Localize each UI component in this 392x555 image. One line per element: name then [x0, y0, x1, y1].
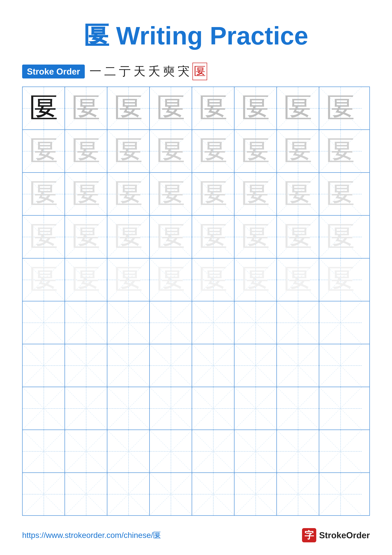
grid-cell[interactable]: 匽: [23, 130, 65, 172]
grid-cell[interactable]: [65, 387, 107, 430]
grid-cell[interactable]: 匽: [277, 173, 319, 215]
grid-cell[interactable]: 匽: [23, 87, 65, 129]
grid-cell[interactable]: [23, 473, 65, 515]
grid-cell[interactable]: 匽: [235, 258, 277, 301]
stroke-7: 宊: [178, 63, 190, 80]
grid-row-9: [23, 430, 369, 473]
grid-cell[interactable]: 匽: [235, 173, 277, 215]
grid-cell[interactable]: 匽: [23, 216, 65, 258]
grid-cell[interactable]: [192, 430, 235, 472]
grid-cell[interactable]: 匽: [150, 258, 192, 301]
grid-cell[interactable]: 匽: [107, 87, 150, 129]
grid-cell[interactable]: 匽: [65, 173, 107, 215]
grid-cell[interactable]: [277, 430, 319, 472]
practice-char: 匽: [114, 223, 143, 251]
grid-cell[interactable]: 匽: [107, 130, 150, 172]
grid-cell[interactable]: [319, 387, 362, 430]
grid-row-6: [23, 301, 369, 344]
grid-cell[interactable]: 匽: [65, 130, 107, 172]
grid-cell[interactable]: [107, 301, 150, 344]
grid-cell[interactable]: 匽: [192, 216, 235, 258]
grid-cell[interactable]: [150, 430, 192, 472]
grid-cell[interactable]: [235, 344, 277, 387]
grid-cell[interactable]: 匽: [192, 173, 235, 215]
footer-url[interactable]: https://www.strokeorder.com/chinese/匽: [22, 530, 161, 540]
practice-char: 匽: [326, 94, 355, 123]
grid-cell[interactable]: 匽: [107, 258, 150, 301]
practice-char: 匽: [199, 180, 227, 208]
grid-cell[interactable]: 匽: [150, 87, 192, 129]
grid-cell[interactable]: 匽: [277, 130, 319, 172]
grid-cell[interactable]: [277, 473, 319, 515]
grid-cell[interactable]: [150, 473, 192, 515]
grid-cell[interactable]: 匽: [65, 258, 107, 301]
grid-cell[interactable]: [319, 344, 362, 387]
grid-cell[interactable]: [107, 387, 150, 430]
stroke-chars: 一 二 亍 天 夭 奭 宊 匽: [90, 63, 207, 80]
grid-cell[interactable]: [150, 344, 192, 387]
grid-cell[interactable]: [235, 387, 277, 430]
grid-cell[interactable]: [277, 301, 319, 344]
grid-cell[interactable]: [23, 344, 65, 387]
grid-cell[interactable]: [192, 387, 235, 430]
grid-row-5: 匽 匽 匽 匽 匽 匽 匽: [23, 258, 369, 301]
grid-cell[interactable]: [107, 430, 150, 472]
grid-cell[interactable]: 匽: [319, 173, 362, 215]
grid-cell[interactable]: 匽: [235, 130, 277, 172]
grid-row-7: [23, 344, 369, 387]
stroke-2: 二: [104, 63, 116, 80]
grid-cell[interactable]: 匽: [235, 216, 277, 258]
grid-cell[interactable]: 匽: [23, 173, 65, 215]
practice-char: 匽: [114, 265, 143, 294]
grid-cell[interactable]: [65, 430, 107, 472]
grid-cell[interactable]: [192, 344, 235, 387]
practice-char: 匽: [199, 94, 227, 123]
grid-cell[interactable]: 匽: [150, 216, 192, 258]
practice-char: 匽: [72, 94, 100, 123]
title-area: 匽 Writing Practice: [0, 0, 392, 63]
grid-cell[interactable]: 匽: [319, 87, 362, 129]
grid-cell[interactable]: 匽: [150, 173, 192, 215]
strokeorder-logo-icon: 字: [302, 528, 316, 542]
grid-cell[interactable]: [23, 301, 65, 344]
grid-cell[interactable]: [192, 473, 235, 515]
grid-cell[interactable]: [319, 473, 362, 515]
grid-cell[interactable]: [277, 387, 319, 430]
practice-char: 匽: [29, 94, 58, 123]
grid-cell[interactable]: [319, 430, 362, 472]
grid-cell[interactable]: [235, 301, 277, 344]
grid-cell[interactable]: 匽: [192, 87, 235, 129]
grid-cell[interactable]: [150, 387, 192, 430]
grid-cell[interactable]: 匽: [65, 216, 107, 258]
practice-char: 匽: [241, 265, 270, 294]
grid-cell[interactable]: [65, 344, 107, 387]
grid-cell[interactable]: [65, 473, 107, 515]
stroke-order-row: Stroke Order 一 二 亍 天 夭 奭 宊 匽: [0, 63, 392, 80]
grid-cell[interactable]: [107, 344, 150, 387]
grid-cell[interactable]: [319, 301, 362, 344]
grid-cell[interactable]: 匽: [107, 173, 150, 215]
grid-cell[interactable]: 匽: [150, 130, 192, 172]
grid-cell[interactable]: [192, 301, 235, 344]
grid-cell[interactable]: [235, 430, 277, 472]
grid-cell[interactable]: [107, 473, 150, 515]
grid-cell[interactable]: [23, 430, 65, 472]
grid-cell[interactable]: 匽: [235, 87, 277, 129]
grid-cell[interactable]: 匽: [319, 216, 362, 258]
grid-cell[interactable]: 匽: [192, 130, 235, 172]
grid-cell[interactable]: [235, 473, 277, 515]
stroke-1: 一: [90, 63, 101, 80]
grid-cell[interactable]: 匽: [277, 216, 319, 258]
grid-cell[interactable]: [65, 301, 107, 344]
grid-cell[interactable]: 匽: [319, 130, 362, 172]
grid-cell[interactable]: 匽: [277, 87, 319, 129]
grid-cell[interactable]: 匽: [319, 258, 362, 301]
grid-cell[interactable]: 匽: [23, 258, 65, 301]
grid-cell[interactable]: [150, 301, 192, 344]
grid-cell[interactable]: 匽: [277, 258, 319, 301]
grid-cell[interactable]: 匽: [192, 258, 235, 301]
grid-cell[interactable]: 匽: [107, 216, 150, 258]
grid-cell[interactable]: [23, 387, 65, 430]
grid-cell[interactable]: [277, 344, 319, 387]
grid-cell[interactable]: 匽: [65, 87, 107, 129]
